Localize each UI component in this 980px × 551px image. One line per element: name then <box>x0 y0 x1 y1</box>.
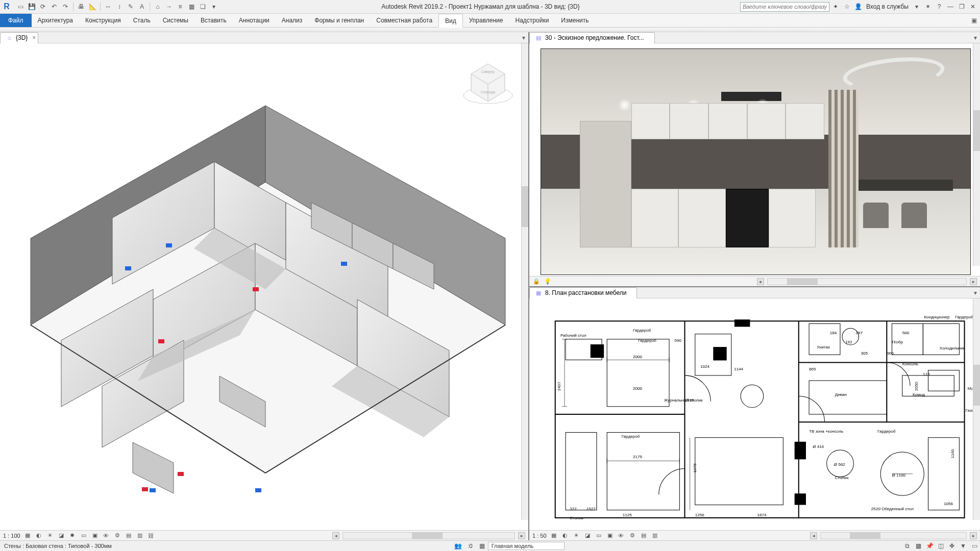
editable-only-icon[interactable]: ▦ <box>477 541 488 550</box>
keyword-search-input[interactable] <box>740 2 829 12</box>
favorite-icon[interactable]: ☆ <box>842 2 852 12</box>
view-menu-icon[interactable]: ▾ <box>519 33 528 42</box>
signin-link[interactable]: Вход в службы <box>864 3 911 10</box>
qat-dropdown-icon[interactable]: ▾ <box>209 2 219 12</box>
sun-path-icon[interactable]: ☀ <box>572 532 580 540</box>
tab-analyze[interactable]: Анализ <box>276 14 309 27</box>
restore-icon[interactable]: ❐ <box>957 2 967 12</box>
analytical-icon[interactable]: ▥ <box>136 532 144 540</box>
tab-close-icon[interactable]: × <box>32 34 36 41</box>
hscroll-left-icon[interactable]: ◂ <box>810 532 817 539</box>
color-fill-icon[interactable]: ▥ <box>651 532 659 540</box>
hscroll-left-icon[interactable]: ◂ <box>757 278 764 285</box>
lock-icon[interactable]: 🔒 <box>532 278 541 286</box>
background-icon[interactable]: ▭ <box>969 541 980 550</box>
view-tab-render[interactable]: ▤ 30 - Эскизное предложение. Гост... <box>529 32 655 43</box>
view-3d-canvas[interactable]: Сверху Спереди <box>0 43 528 530</box>
detail-level-icon[interactable]: ▦ <box>550 532 558 540</box>
ribbon-collapse-icon[interactable]: ▣ <box>968 14 980 27</box>
select-face-icon[interactable]: ◫ <box>935 541 946 550</box>
close-hidden-icon[interactable]: ▦ <box>186 2 197 12</box>
worksets-icon[interactable]: 👥 <box>452 541 463 550</box>
infocenter-icon[interactable]: ✦ <box>830 2 841 12</box>
text-icon[interactable]: A <box>137 2 147 12</box>
view-render-canvas[interactable] <box>529 43 980 276</box>
save-icon[interactable]: 💾 <box>27 2 37 12</box>
align-icon[interactable]: ↔ <box>103 2 113 12</box>
tab-addins[interactable]: Надстройки <box>509 14 555 27</box>
lightbulb-icon[interactable]: 💡 <box>544 278 552 286</box>
measure-icon[interactable]: 📐 <box>87 2 97 12</box>
visual-style-icon[interactable]: ◐ <box>35 532 43 540</box>
main-model-selector[interactable]: Главная модель <box>488 542 565 550</box>
vertical-scrollbar[interactable] <box>973 43 980 266</box>
reveal-icon[interactable]: ▤ <box>125 532 133 540</box>
select-links-icon[interactable]: ⧉ <box>901 541 913 550</box>
sun-path-icon[interactable]: ☀ <box>46 532 54 540</box>
view-menu-icon[interactable]: ▾ <box>971 33 980 42</box>
tab-modify[interactable]: Изменить <box>555 14 595 27</box>
visual-style-icon[interactable]: ◐ <box>561 532 569 540</box>
tab-massing[interactable]: Формы и генплан <box>308 14 370 27</box>
open-icon[interactable]: ▭ <box>15 2 26 12</box>
hscroll-right-icon[interactable]: ▸ <box>970 532 977 539</box>
filter-icon[interactable]: ▼ <box>958 541 969 550</box>
reveal-icon[interactable]: ▤ <box>640 532 648 540</box>
select-pinned-icon[interactable]: 📌 <box>924 541 935 550</box>
hscroll-right-icon[interactable]: ▸ <box>518 532 525 539</box>
unhide-icon[interactable]: 👁 <box>617 532 625 540</box>
close-icon[interactable]: ✕ <box>968 2 978 12</box>
shadows-icon[interactable]: ◪ <box>583 532 592 540</box>
crop-icon[interactable]: ▭ <box>595 532 603 540</box>
tab-manage[interactable]: Управление <box>463 14 509 27</box>
scale-label[interactable]: 1 : 50 <box>532 533 547 539</box>
constraints-icon[interactable]: ⛓ <box>147 532 155 540</box>
tab-architecture[interactable]: Архитектура <box>32 14 80 27</box>
shadows-icon[interactable]: ◪ <box>57 532 65 540</box>
view-plan-canvas[interactable]: Рабочий стол Гардероб Гардероб Столик Жу… <box>529 298 980 530</box>
tab-structure[interactable]: Конструкция <box>79 14 127 27</box>
section-icon[interactable]: → <box>164 2 174 12</box>
vertical-scrollbar[interactable] <box>973 298 980 520</box>
tag-icon[interactable]: ✎ <box>126 2 136 12</box>
crop-icon[interactable]: ▭ <box>80 532 88 540</box>
minimize-icon[interactable]: — <box>945 2 955 12</box>
tab-file[interactable]: Файл <box>0 14 32 27</box>
sync-icon[interactable]: ⟳ <box>38 2 48 12</box>
scale-label[interactable]: 1 : 100 <box>3 533 20 539</box>
undo-icon[interactable]: ↶ <box>49 2 59 12</box>
tab-annotate[interactable]: Аннотации <box>233 14 276 27</box>
user-icon[interactable]: 👤 <box>853 2 863 12</box>
temporary-icon[interactable]: ⚙ <box>628 532 636 540</box>
tab-systems[interactable]: Системы <box>157 14 194 27</box>
hscroll-left-icon[interactable]: ◂ <box>332 532 339 539</box>
tab-insert[interactable]: Вставить <box>194 14 233 27</box>
detail-level-icon[interactable]: ▦ <box>23 532 32 540</box>
print-icon[interactable]: 🖶 <box>76 2 86 12</box>
help-icon[interactable]: ? <box>934 2 944 12</box>
view-tab-plan[interactable]: ▦ 8. План расстановки мебели <box>529 287 637 298</box>
switch-window-icon[interactable]: ❏ <box>198 2 208 12</box>
horizontal-scrollbar[interactable] <box>767 278 967 285</box>
view-tab-3d[interactable]: ⌂ {3D} × <box>0 32 38 43</box>
hscroll-right-icon[interactable]: ▸ <box>970 278 977 285</box>
view-cube[interactable]: Сверху Спереди <box>460 55 516 111</box>
dimension-icon[interactable]: ↕ <box>114 2 125 12</box>
unhide-icon[interactable]: 👁 <box>102 532 110 540</box>
signin-dropdown-icon[interactable]: ▾ <box>912 2 922 12</box>
redo-icon[interactable]: ↷ <box>60 2 70 12</box>
crop-region-icon[interactable]: ▣ <box>91 532 99 540</box>
drag-elements-icon[interactable]: ✥ <box>946 541 958 550</box>
tab-steel[interactable]: Сталь <box>127 14 157 27</box>
default3d-icon[interactable]: ⌂ <box>153 2 163 12</box>
rendering-icon[interactable]: ✹ <box>68 532 77 540</box>
thin-lines-icon[interactable]: ≡ <box>175 2 185 12</box>
tab-view[interactable]: Вид <box>438 14 463 28</box>
horizontal-scrollbar[interactable] <box>342 532 515 539</box>
select-underlay-icon[interactable]: ▩ <box>913 541 924 550</box>
tab-collaborate[interactable]: Совместная работа <box>370 14 438 27</box>
exchange-icon[interactable]: ✶ <box>923 2 933 12</box>
crop-region-icon[interactable]: ▣ <box>606 532 614 540</box>
view-menu-icon[interactable]: ▾ <box>971 288 980 297</box>
horizontal-scrollbar[interactable] <box>820 532 967 539</box>
